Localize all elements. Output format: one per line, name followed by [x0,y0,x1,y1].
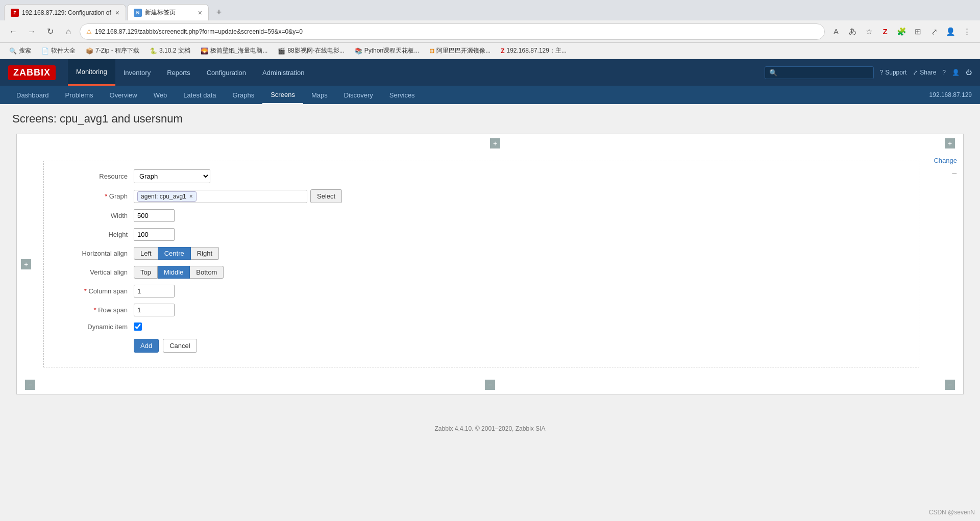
width-input[interactable] [134,209,175,222]
sub-navigation: Dashboard Problems Overview Web Latest d… [0,86,980,104]
h-align-centre-button[interactable]: Centre [158,247,191,260]
bookmark-software[interactable]: 📄 软件大全 [38,45,79,56]
dynamic-item-checkbox-wrap [134,322,142,331]
user-icon[interactable]: 👤 [952,69,960,76]
extensions-icon[interactable]: 🧩 [894,24,909,39]
bookmark-python-course[interactable]: 📚 Python课程天花板... [352,45,422,56]
bookmark-wallpaper[interactable]: 🌄 极简壁纸_海量电脑... [198,45,271,56]
sub-menu-latest-data[interactable]: Latest data [175,86,224,104]
forward-button[interactable]: → [24,24,39,39]
add-button[interactable]: Add [134,339,159,353]
address-text: 192.168.87.129/zabbix/screenedit.php?for… [95,28,818,35]
sub-menu-screens[interactable]: Screens [262,86,303,104]
tab-close-1[interactable]: × [115,9,119,17]
top-menu-item-configuration[interactable]: Configuration [199,59,254,86]
add-row-left-button[interactable]: + [21,259,31,269]
bookmark-zabbix-local-icon: Z [501,47,504,55]
search-icon: 🔍 [769,69,777,77]
bookmark-7zip-icon: 📦 [86,47,93,55]
tab-close-2[interactable]: × [198,9,202,17]
global-search-input[interactable] [777,69,869,76]
topnav-right: 🔍 ? Support ⤤ Share ? 👤 ⏻ [765,66,972,79]
right-controls: Change − [927,153,963,376]
sub-menu-maps[interactable]: Maps [303,86,336,104]
toolbar-actions: A あ ☆ Z 🧩 ⊞ ⤤ 👤 ⋮ [829,24,974,39]
dynamic-item-row: Dynamic item [52,322,911,331]
collections-icon[interactable]: ⊞ [911,24,925,39]
v-align-label: Vertical align [52,268,134,276]
height-input[interactable] [134,228,175,241]
remove-column-bottom-button[interactable]: − [485,380,495,390]
home-button[interactable]: ⌂ [61,24,76,39]
bookmark-7zip[interactable]: 📦 7-Zip - 程序下载 [83,45,142,56]
row-span-input[interactable] [134,304,175,316]
browser-chrome: Z 192.168.87.129: Configuration of × N 新… [0,0,980,59]
profile-icon[interactable]: 👤 [943,24,958,39]
remove-row-right-button[interactable]: − [951,168,957,179]
resource-select[interactable]: Graph Simple graph Map Plain text [134,169,210,183]
change-link[interactable]: Change [934,157,957,164]
bookmark-search[interactable]: 🔍 搜索 [6,45,34,56]
h-align-right-button[interactable]: Right [191,247,219,260]
global-search-box[interactable]: 🔍 [765,66,874,79]
translate-icon[interactable]: A [829,24,843,39]
bookmark-python-docs[interactable]: 🐍 3.10.2 文档 [146,45,193,56]
sub-menu-graphs[interactable]: Graphs [225,86,263,104]
zabbix-footer: Zabbix 4.4.10. © 2001–2020, Zabbix SIA [12,415,968,442]
top-menu-item-administration[interactable]: Administration [254,59,312,86]
logout-icon[interactable]: ⏻ [966,69,972,76]
support-label: Support [885,69,906,76]
sub-menu-services[interactable]: Services [381,86,423,104]
graph-row: Graph agent: cpu_avg1 × Select [52,189,911,203]
support-link[interactable]: ? Support [880,69,907,76]
h-align-label: Horizontal align [52,250,134,257]
cancel-button[interactable]: Cancel [163,339,197,353]
sub-menu-web[interactable]: Web [145,86,176,104]
height-row: Height [52,228,911,241]
v-align-bottom-button[interactable]: Bottom [190,266,224,279]
v-align-top-button[interactable]: Top [134,266,158,279]
bookmark-88video[interactable]: 🎬 88影视网-在线电影... [275,45,347,56]
reader-mode-icon[interactable]: あ [845,24,860,39]
remove-column-bottom-right-button[interactable]: − [945,380,955,390]
browser-tab-1[interactable]: Z 192.168.87.129: Configuration of × [4,4,126,20]
bookmark-alibaba-mirror[interactable]: ⊡ 阿里巴巴开源镜像... [426,45,494,56]
action-buttons-group: Add Cancel [134,339,197,353]
v-align-middle-button[interactable]: Middle [158,266,190,279]
settings-menu-icon[interactable]: ⋮ [960,24,974,39]
graph-tag-close-icon[interactable]: × [189,193,193,200]
sub-menu-dashboard[interactable]: Dashboard [8,86,57,104]
browser-tab-2[interactable]: N 新建标签页 × [127,4,209,20]
sub-menu-discovery[interactable]: Discovery [336,86,381,104]
bookmark-search-label: 搜索 [19,46,31,55]
favorites-icon[interactable]: ☆ [862,24,876,39]
zabbix-ext-icon[interactable]: Z [878,24,892,39]
select-button[interactable]: Select [310,189,342,203]
col-span-input[interactable] [134,285,175,297]
bookmark-python-icon: 🐍 [150,47,157,55]
add-column-top-right-button[interactable]: + [945,138,955,148]
top-menu-item-inventory[interactable]: Inventory [115,59,159,86]
bookmark-python-course-label: Python课程天花板... [364,46,419,55]
remove-row-bottom-left-button[interactable]: − [25,380,35,390]
share-icon[interactable]: ⤤ [927,24,941,39]
screen-edit-outer: + + + Resource Graph Simple graph [16,134,964,394]
h-align-left-button[interactable]: Left [134,247,158,260]
top-menu-item-monitoring[interactable]: Monitoring [68,59,115,86]
dynamic-item-checkbox[interactable] [134,322,142,331]
sub-menu-problems[interactable]: Problems [57,86,102,104]
top-menu-item-reports[interactable]: Reports [159,59,199,86]
new-tab-button[interactable]: + [212,5,226,19]
sub-menu-overview[interactable]: Overview [102,86,145,104]
share-link[interactable]: ⤤ Share [913,69,936,76]
bookmark-alibaba-icon: ⊡ [429,47,434,55]
tab-favicon-1: Z [11,9,19,17]
address-bar[interactable]: ⚠ 192.168.87.129/zabbix/screenedit.php?f… [80,23,825,40]
bookmark-zabbix-local[interactable]: Z 192.168.87.129：主... [498,45,570,56]
refresh-button[interactable]: ↻ [43,24,57,39]
bookmark-88video-label: 88影视网-在线电影... [287,46,344,55]
bookmarks-bar: 🔍 搜索 📄 软件大全 📦 7-Zip - 程序下载 🐍 3.10.2 文档 🌄… [0,43,980,59]
add-column-top-button[interactable]: + [490,138,500,148]
question-link[interactable]: ? [942,69,946,76]
back-button[interactable]: ← [6,24,20,39]
